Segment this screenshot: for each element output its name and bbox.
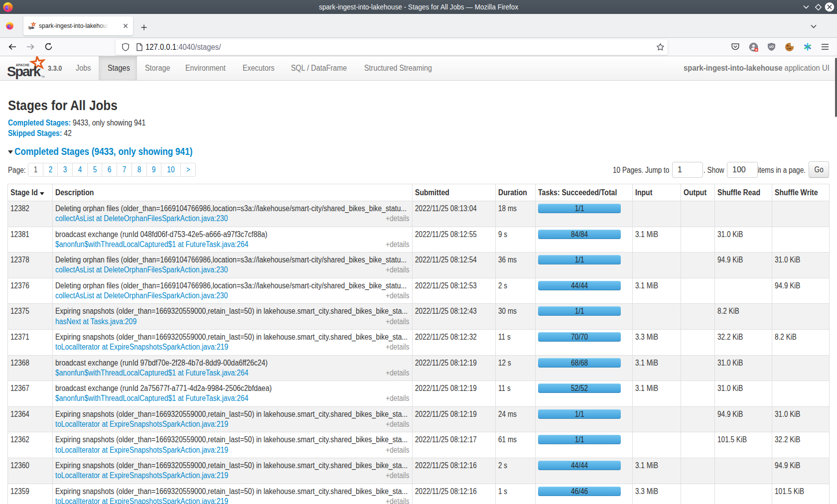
svg-text:Spark: Spark xyxy=(7,64,41,79)
svg-text:TM: TM xyxy=(41,76,45,78)
